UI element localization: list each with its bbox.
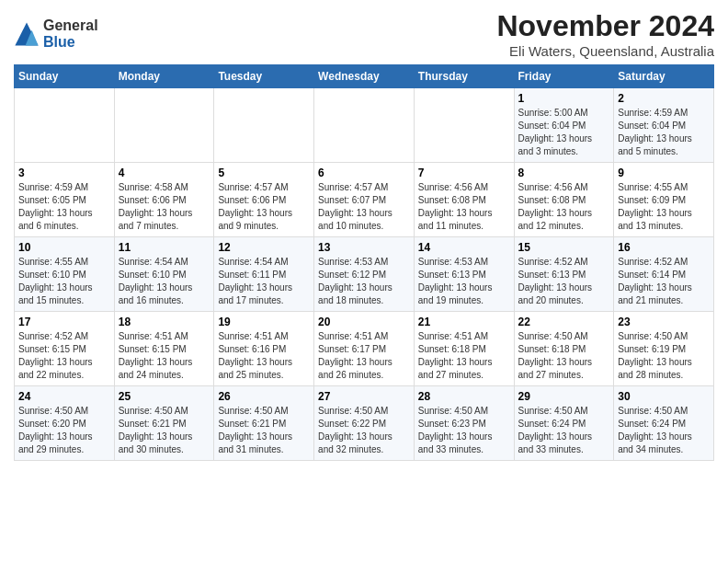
day-detail: Sunrise: 4:50 AMSunset: 6:18 PMDaylight:… — [518, 330, 610, 382]
day-detail: Sunrise: 4:59 AMSunset: 6:05 PMDaylight:… — [18, 181, 110, 233]
calendar-cell: 1Sunrise: 5:00 AMSunset: 6:04 PMDaylight… — [514, 88, 614, 163]
day-number: 9 — [618, 167, 710, 179]
day-number: 24 — [18, 390, 110, 403]
calendar-cell — [15, 88, 115, 163]
calendar-cell: 11Sunrise: 4:54 AMSunset: 6:10 PMDayligh… — [114, 237, 214, 312]
day-number: 17 — [18, 316, 110, 328]
calendar-cell: 6Sunrise: 4:57 AMSunset: 6:07 PMDaylight… — [314, 163, 415, 237]
day-detail: Sunrise: 4:52 AMSunset: 6:13 PMDaylight:… — [518, 256, 610, 307]
calendar-week-row: 10Sunrise: 4:55 AMSunset: 6:10 PMDayligh… — [15, 237, 714, 312]
day-number: 15 — [518, 241, 610, 254]
day-detail: Sunrise: 4:50 AMSunset: 6:20 PMDaylight:… — [18, 405, 110, 456]
calendar-week-row: 24Sunrise: 4:50 AMSunset: 6:20 PMDayligh… — [15, 386, 714, 461]
weekday-header: Tuesday — [214, 65, 314, 88]
calendar-cell: 8Sunrise: 4:56 AMSunset: 6:08 PMDaylight… — [514, 163, 614, 237]
day-detail: Sunrise: 4:50 AMSunset: 6:21 PMDaylight:… — [119, 405, 210, 456]
day-detail: Sunrise: 4:51 AMSunset: 6:17 PMDaylight:… — [318, 330, 410, 382]
calendar-cell: 15Sunrise: 4:52 AMSunset: 6:13 PMDayligh… — [514, 237, 614, 312]
day-number: 6 — [318, 167, 410, 179]
day-number: 19 — [218, 316, 310, 328]
day-detail: Sunrise: 4:57 AMSunset: 6:06 PMDaylight:… — [218, 181, 310, 233]
day-number: 1 — [518, 92, 610, 105]
day-number: 11 — [119, 241, 210, 254]
day-number: 16 — [618, 241, 710, 254]
day-detail: Sunrise: 4:54 AMSunset: 6:10 PMDaylight:… — [119, 256, 210, 307]
day-detail: Sunrise: 5:00 AMSunset: 6:04 PMDaylight:… — [518, 107, 610, 158]
day-detail: Sunrise: 4:50 AMSunset: 6:24 PMDaylight:… — [618, 405, 710, 456]
day-number: 30 — [618, 390, 710, 403]
day-detail: Sunrise: 4:52 AMSunset: 6:14 PMDaylight:… — [618, 256, 710, 307]
day-detail: Sunrise: 4:51 AMSunset: 6:18 PMDaylight:… — [418, 330, 510, 382]
day-number: 4 — [119, 167, 210, 179]
page-header: General Blue November 2024 Eli Waters, Q… — [14, 9, 714, 59]
day-detail: Sunrise: 4:52 AMSunset: 6:15 PMDaylight:… — [18, 330, 110, 382]
calendar-cell: 3Sunrise: 4:59 AMSunset: 6:05 PMDaylight… — [15, 163, 115, 237]
day-number: 14 — [418, 241, 510, 254]
calendar-cell — [314, 88, 415, 163]
weekday-header: Thursday — [414, 65, 514, 88]
day-detail: Sunrise: 4:57 AMSunset: 6:07 PMDaylight:… — [318, 181, 410, 233]
calendar-cell: 22Sunrise: 4:50 AMSunset: 6:18 PMDayligh… — [514, 312, 614, 386]
weekday-header: Friday — [514, 65, 614, 88]
calendar-cell: 16Sunrise: 4:52 AMSunset: 6:14 PMDayligh… — [614, 237, 714, 312]
weekday-header: Saturday — [614, 65, 714, 88]
month-title: November 2024 — [496, 9, 714, 43]
day-detail: Sunrise: 4:50 AMSunset: 6:19 PMDaylight:… — [618, 330, 710, 382]
calendar-cell: 17Sunrise: 4:52 AMSunset: 6:15 PMDayligh… — [15, 312, 115, 386]
calendar-cell: 7Sunrise: 4:56 AMSunset: 6:08 PMDaylight… — [414, 163, 514, 237]
calendar-cell: 9Sunrise: 4:55 AMSunset: 6:09 PMDaylight… — [614, 163, 714, 237]
day-detail: Sunrise: 4:50 AMSunset: 6:23 PMDaylight:… — [418, 405, 510, 456]
day-detail: Sunrise: 4:50 AMSunset: 6:24 PMDaylight:… — [518, 405, 610, 456]
day-number: 10 — [18, 241, 110, 254]
calendar-cell: 20Sunrise: 4:51 AMSunset: 6:17 PMDayligh… — [314, 312, 415, 386]
calendar-cell: 26Sunrise: 4:50 AMSunset: 6:21 PMDayligh… — [214, 386, 314, 461]
calendar-header-row: SundayMondayTuesdayWednesdayThursdayFrid… — [15, 65, 714, 88]
calendar-cell: 13Sunrise: 4:53 AMSunset: 6:12 PMDayligh… — [314, 237, 415, 312]
title-area: November 2024 Eli Waters, Queensland, Au… — [496, 9, 714, 59]
calendar-cell: 27Sunrise: 4:50 AMSunset: 6:22 PMDayligh… — [314, 386, 415, 461]
day-detail: Sunrise: 4:51 AMSunset: 6:15 PMDaylight:… — [119, 330, 210, 382]
calendar-cell: 10Sunrise: 4:55 AMSunset: 6:10 PMDayligh… — [15, 237, 115, 312]
day-number: 20 — [318, 316, 410, 328]
day-number: 18 — [119, 316, 210, 328]
day-detail: Sunrise: 4:54 AMSunset: 6:11 PMDaylight:… — [218, 256, 310, 307]
calendar-cell: 23Sunrise: 4:50 AMSunset: 6:19 PMDayligh… — [614, 312, 714, 386]
day-detail: Sunrise: 4:51 AMSunset: 6:16 PMDaylight:… — [218, 330, 310, 382]
logo-blue: Blue — [43, 34, 98, 51]
weekday-header: Wednesday — [314, 65, 415, 88]
day-number: 23 — [618, 316, 710, 328]
calendar-cell — [414, 88, 514, 163]
day-number: 2 — [618, 92, 710, 105]
calendar-week-row: 3Sunrise: 4:59 AMSunset: 6:05 PMDaylight… — [15, 163, 714, 237]
calendar-cell: 28Sunrise: 4:50 AMSunset: 6:23 PMDayligh… — [414, 386, 514, 461]
day-number: 12 — [218, 241, 310, 254]
location-title: Eli Waters, Queensland, Australia — [496, 43, 714, 59]
logo-general: General — [43, 17, 98, 34]
logo-icon — [14, 21, 40, 47]
day-number: 26 — [218, 390, 310, 403]
calendar-cell: 14Sunrise: 4:53 AMSunset: 6:13 PMDayligh… — [414, 237, 514, 312]
calendar-cell — [214, 88, 314, 163]
weekday-header: Sunday — [15, 65, 115, 88]
logo-text: General Blue — [43, 17, 98, 50]
calendar-cell — [114, 88, 214, 163]
day-number: 28 — [418, 390, 510, 403]
day-detail: Sunrise: 4:55 AMSunset: 6:10 PMDaylight:… — [18, 256, 110, 307]
day-detail: Sunrise: 4:55 AMSunset: 6:09 PMDaylight:… — [618, 181, 710, 233]
calendar-table: SundayMondayTuesdayWednesdayThursdayFrid… — [14, 64, 714, 461]
calendar-cell: 25Sunrise: 4:50 AMSunset: 6:21 PMDayligh… — [114, 386, 214, 461]
weekday-header: Monday — [114, 65, 214, 88]
day-number: 13 — [318, 241, 410, 254]
calendar-week-row: 1Sunrise: 5:00 AMSunset: 6:04 PMDaylight… — [15, 88, 714, 163]
day-detail: Sunrise: 4:59 AMSunset: 6:04 PMDaylight:… — [618, 107, 710, 158]
day-number: 25 — [119, 390, 210, 403]
calendar-cell: 29Sunrise: 4:50 AMSunset: 6:24 PMDayligh… — [514, 386, 614, 461]
calendar-week-row: 17Sunrise: 4:52 AMSunset: 6:15 PMDayligh… — [15, 312, 714, 386]
calendar-cell: 30Sunrise: 4:50 AMSunset: 6:24 PMDayligh… — [614, 386, 714, 461]
calendar-cell: 5Sunrise: 4:57 AMSunset: 6:06 PMDaylight… — [214, 163, 314, 237]
calendar-cell: 12Sunrise: 4:54 AMSunset: 6:11 PMDayligh… — [214, 237, 314, 312]
day-detail: Sunrise: 4:53 AMSunset: 6:12 PMDaylight:… — [318, 256, 410, 307]
day-detail: Sunrise: 4:50 AMSunset: 6:21 PMDaylight:… — [218, 405, 310, 456]
day-number: 22 — [518, 316, 610, 328]
day-detail: Sunrise: 4:50 AMSunset: 6:22 PMDaylight:… — [318, 405, 410, 456]
